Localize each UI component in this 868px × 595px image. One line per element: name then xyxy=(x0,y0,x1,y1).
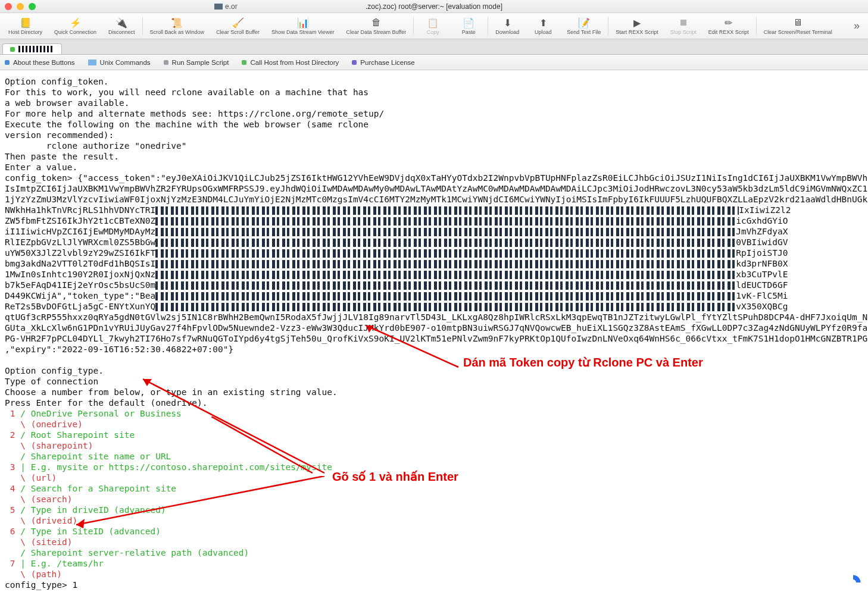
toolbar-icon: 📋 xyxy=(426,17,440,29)
toolbar-icon: ✏ xyxy=(722,17,736,29)
toolbar-label: Copy xyxy=(427,29,439,35)
toolbar-label: Edit REXX Script xyxy=(708,29,749,35)
toolbar-label: Show Data Stream Viewer xyxy=(271,29,334,35)
title-left: e.or xyxy=(214,2,238,11)
toolbar-show-data-stream-viewer[interactable]: 📊Show Data Stream Viewer xyxy=(266,15,340,36)
snippet-run-sample-script[interactable]: Run Sample Script xyxy=(164,59,229,66)
toolbar-icon: 🖥 xyxy=(791,17,805,29)
toolbar-label: Download xyxy=(495,29,519,35)
snippet-label: Unix Commands xyxy=(100,59,151,66)
bullet-icon xyxy=(164,60,168,65)
toolbar-label: Send Text File xyxy=(567,29,601,35)
toolbar-upload[interactable]: ⬆Upload xyxy=(525,15,561,36)
toolbar-copy: 📋Copy xyxy=(415,15,451,36)
toolbar-stop-script: ⏹Stop Script xyxy=(664,15,702,36)
terminal[interactable]: Option config_token. For this to work, y… xyxy=(0,70,868,595)
corner-accent-icon xyxy=(844,574,862,591)
toolbar-label: Host Directory xyxy=(8,29,42,35)
bullet-icon xyxy=(88,60,96,65)
toolbar-icon: 🗑 xyxy=(369,17,383,29)
close-icon[interactable] xyxy=(5,3,12,10)
toolbar-label: Paste xyxy=(462,29,476,35)
toolbar-icon: 📝 xyxy=(577,17,591,29)
snippet-label: Call Host from Host Directory xyxy=(250,59,339,66)
toolbar-icon: 📜 xyxy=(170,17,184,29)
snippet-unix-commands[interactable]: Unix Commands xyxy=(88,59,151,66)
bullet-icon xyxy=(352,60,357,65)
toolbar-host-directory[interactable]: 📒Host Directory xyxy=(2,15,48,36)
tab-label xyxy=(18,46,54,52)
minimize-icon[interactable] xyxy=(17,3,24,10)
toolbar-download[interactable]: ⬇Download xyxy=(489,15,525,36)
snippet-label: Purchase License xyxy=(360,59,414,66)
toolbar-icon: ⚡ xyxy=(68,17,83,29)
toolbar-scroll-back-as-window[interactable]: 📜Scroll Back as Window xyxy=(144,15,211,36)
toolbar-icon: 📄 xyxy=(461,17,476,29)
bullet-icon xyxy=(242,60,246,65)
toolbar-edit-rexx-script[interactable]: ✏Edit REXX Script xyxy=(702,15,755,36)
toolbar-icon: ⏹ xyxy=(676,17,691,29)
toolbar-label: Disconnect xyxy=(108,29,135,35)
toolbar-paste[interactable]: 📄Paste xyxy=(451,15,486,36)
tab-strip xyxy=(0,39,868,55)
toolbar-label: Clear Scroll Buffer xyxy=(216,29,260,35)
toolbar-label: Upload xyxy=(535,29,552,35)
toolbar-icon: ⬇ xyxy=(500,17,514,29)
snippet-about-these-buttons[interactable]: About these Buttons xyxy=(5,59,75,66)
toolbar-send-text-file[interactable]: 📝Send Text File xyxy=(561,15,607,36)
toolbar-clear-screen-reset-terminal[interactable]: 🖥Clear Screen/Reset Terminal xyxy=(758,15,838,36)
bullet-icon xyxy=(5,60,10,65)
toolbar-label: Stop Script xyxy=(670,29,697,35)
toolbar-icon: 🔌 xyxy=(114,17,129,29)
toolbar-icon: ⬆ xyxy=(536,17,550,29)
snippet-label: About these Buttons xyxy=(13,59,75,66)
toolbar-overflow[interactable]: » xyxy=(848,20,866,32)
toolbar-label: Clear Screen/Reset Terminal xyxy=(764,29,832,35)
toolbar-icon: 📊 xyxy=(296,17,310,29)
toolbar-icon: 🧹 xyxy=(231,17,245,29)
snippet-bar: About these ButtonsUnix CommandsRun Samp… xyxy=(0,55,868,70)
toolbar-quick-connection[interactable]: ⚡Quick Connection xyxy=(48,15,102,36)
toolbar-icon: ▶ xyxy=(630,17,644,29)
session-tab[interactable] xyxy=(2,43,62,54)
window-titlebar: e.or .zoc).zoc) root@server:~ [evaluatio… xyxy=(0,0,868,13)
snippet-call-host-from-host-directory[interactable]: Call Host from Host Directory xyxy=(242,59,339,66)
toolbar-label: Start REXX Script xyxy=(616,29,658,35)
toolbar-clear-data-stream-buffer[interactable]: 🗑Clear Data Stream Buffer xyxy=(340,15,412,36)
main-toolbar: 📒Host Directory⚡Quick Connection🔌Disconn… xyxy=(0,13,868,39)
window-title: .zoc).zoc) root@server:~ [evaluation mod… xyxy=(366,2,502,11)
toolbar-clear-scroll-buffer[interactable]: 🧹Clear Scroll Buffer xyxy=(210,15,266,36)
status-led-icon xyxy=(10,47,15,52)
toolbar-label: Scroll Back as Window xyxy=(150,29,205,35)
toolbar-start-rexx-script[interactable]: ▶Start REXX Script xyxy=(610,15,664,36)
toolbar-label: Quick Connection xyxy=(54,29,96,35)
document-icon xyxy=(214,4,223,10)
zoom-icon[interactable] xyxy=(29,3,36,10)
window-controls[interactable] xyxy=(5,3,36,10)
toolbar-label: Clear Data Stream Buffer xyxy=(346,29,406,35)
toolbar-disconnect[interactable]: 🔌Disconnect xyxy=(102,15,141,36)
toolbar-icon: 📒 xyxy=(18,17,33,29)
snippet-purchase-license[interactable]: Purchase License xyxy=(352,59,414,66)
snippet-label: Run Sample Script xyxy=(172,59,229,66)
